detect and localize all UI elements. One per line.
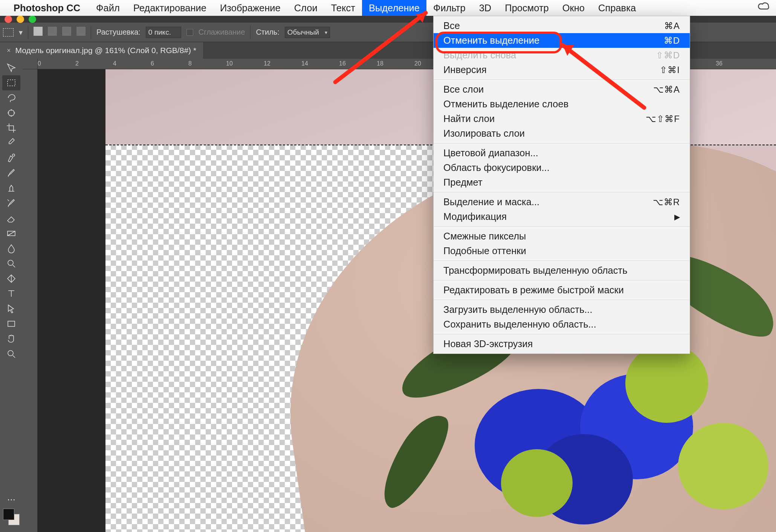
rectangle-tool[interactable] [2,316,20,331]
menu-item-label: Все слои [443,84,484,95]
menu-окно[interactable]: Окно [556,0,591,16]
menu-фильтр[interactable]: Фильтр [426,0,472,16]
menu-редактирование[interactable]: Редактирование [127,0,213,16]
menu-item[interactable]: Изолировать слои [434,126,690,141]
menu-item-shortcut: ⌥⌘R [653,197,680,207]
style-select[interactable]: Обычный ▾ [285,27,330,38]
menu-item[interactable]: Трансформировать выделенную область [434,263,690,278]
menu-item[interactable]: Найти слои⌥⇧⌘F [434,111,690,126]
menu-item[interactable]: Выделение и маска...⌥⌘R [434,195,690,209]
ruler-origin[interactable] [23,59,38,69]
menu-separator [434,143,690,143]
menu-separator [434,261,690,261]
menu-item[interactable]: Загрузить выделенную область... [434,302,690,317]
selection-mode-intersect[interactable] [76,27,86,38]
tool-preset-icon[interactable] [3,28,14,37]
menu-справка[interactable]: Справка [591,0,643,16]
menu-item-shortcut: ⇧⌘D [656,50,680,61]
selection-mode-subtract[interactable] [62,27,71,38]
menu-изображение[interactable]: Изображение [213,0,287,16]
ruler-mark: 12 [264,60,270,67]
window-zoom-button[interactable] [29,15,36,23]
ruler-mark: 0 [38,60,41,67]
creative-cloud-icon[interactable] [757,2,771,14]
rectangular-marquee-tool[interactable] [2,75,20,90]
menu-item-shortcut: ⌘A [664,21,680,31]
document-tab[interactable]: × Модель оригинал.jpg @ 161% (Слой 0, RG… [0,42,203,59]
menu-item[interactable]: Модификация▶ [434,209,690,224]
color-swatches[interactable] [3,509,20,525]
lasso-tool[interactable] [2,90,20,105]
zoom-tool[interactable] [2,346,20,361]
history-brush-tool[interactable] [2,196,20,211]
style-value: Обычный [287,28,319,37]
style-label: Стиль: [256,28,279,37]
ruler-mark: 14 [301,60,308,67]
svg-rect-0 [8,80,15,86]
menu-item[interactable]: Все слои⌥⌘A [434,82,690,97]
menu-item-label: Загрузить выделенную область... [443,304,592,315]
menu-item-label: Область фокусировки... [443,162,550,173]
menu-item[interactable]: Все⌘A [434,18,690,33]
type-tool[interactable] [2,286,20,301]
ruler-mark: 2 [75,60,79,67]
brush-tool[interactable] [2,166,20,181]
menu-item[interactable]: Цветовой диапазон... [434,146,690,160]
foreground-color-swatch[interactable] [3,509,14,520]
vertical-ruler[interactable] [23,69,38,532]
window-minimize-button[interactable] [17,15,24,23]
menu-item[interactable]: Инверсия⇧⌘I [434,62,690,77]
menu-выделение[interactable]: Выделение [362,0,426,16]
menu-item[interactable]: Отменить выделение слоев [434,97,690,111]
selection-mode-add[interactable] [48,27,57,38]
edit-toolbar-button[interactable]: ⋯ [2,492,20,507]
dodge-tool[interactable] [2,256,20,271]
menu-item[interactable]: Сохранить выделенную область... [434,317,690,332]
quick-selection-tool[interactable] [2,105,20,120]
antialias-label: Сглаживание [199,28,245,37]
path-selection-tool[interactable] [2,301,20,316]
crop-tool[interactable] [2,120,20,136]
annotation-callout [435,32,562,53]
window-close-button[interactable] [5,15,12,23]
menu-просмотр[interactable]: Просмотр [498,0,555,16]
clone-stamp-tool[interactable] [2,181,20,196]
menu-item-label: Сохранить выделенную область... [443,319,596,330]
menu-item[interactable]: Подобные оттенки [434,244,690,258]
svg-point-1 [8,110,14,116]
ruler-mark: 18 [377,60,383,67]
spot-healing-brush-tool[interactable] [2,151,20,166]
chevron-down-icon: ▾ [325,29,327,35]
menu-item[interactable]: Предмет [434,175,690,190]
blur-tool[interactable] [2,241,20,256]
app-name[interactable]: Photoshop CC [14,3,80,14]
eyedropper-tool[interactable] [2,136,20,151]
ruler-mark: 20 [414,60,421,67]
hand-tool[interactable] [2,331,20,346]
menu-item[interactable]: Новая 3D-экструзия [434,337,690,351]
menu-текст[interactable]: Текст [324,0,362,16]
selection-mode-new[interactable] [34,27,43,38]
menu-item-label: Отменить выделение слоев [443,99,568,110]
menu-item[interactable]: Редактировать в режиме быстрой маски [434,283,690,297]
menu-item[interactable]: Область фокусировки... [434,160,690,175]
menu-файл[interactable]: Файл [89,0,127,16]
menu-separator [434,300,690,300]
feather-input[interactable] [146,27,181,38]
selection-menu-dropdown: Все⌘AОтменить выделение⌘DВыделить снова⇧… [433,16,690,354]
move-tool[interactable] [2,60,20,75]
svg-rect-5 [8,321,15,326]
gradient-tool[interactable] [2,226,20,241]
menu-item-label: Найти слои [443,113,495,124]
pen-tool[interactable] [2,271,20,286]
svg-point-4 [8,260,13,265]
chevron-down-icon[interactable]: ▾ [19,28,23,37]
menu-3d[interactable]: 3D [472,0,498,16]
eraser-tool[interactable] [2,211,20,226]
svg-point-6 [8,351,13,356]
menu-слои[interactable]: Слои [287,0,324,16]
ruler-mark: 6 [151,60,154,67]
close-tab-icon[interactable]: × [7,47,11,55]
menu-item[interactable]: Смежные пикселы [434,229,690,244]
menu-item-label: Изолировать слои [443,128,525,139]
